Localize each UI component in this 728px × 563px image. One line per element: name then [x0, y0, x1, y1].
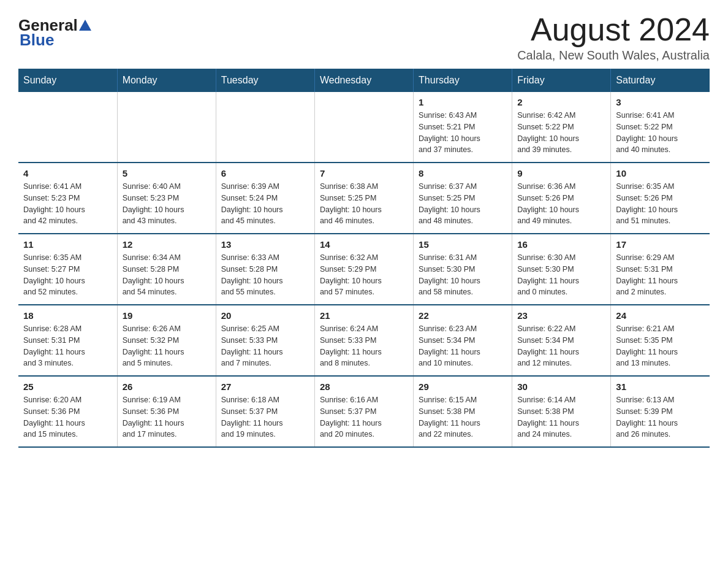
calendar-cell: 5Sunrise: 6:40 AM Sunset: 5:23 PM Daylig…: [117, 163, 216, 234]
calendar-cell: 16Sunrise: 6:30 AM Sunset: 5:30 PM Dayli…: [512, 234, 611, 305]
logo-triangle-icon: [79, 20, 91, 31]
calendar-cell: 25Sunrise: 6:20 AM Sunset: 5:36 PM Dayli…: [18, 376, 117, 447]
day-info: Sunrise: 6:15 AM Sunset: 5:38 PM Dayligh…: [419, 394, 507, 440]
day-info: Sunrise: 6:33 AM Sunset: 5:28 PM Dayligh…: [221, 252, 309, 298]
day-number: 27: [221, 381, 309, 392]
calendar-cell: 11Sunrise: 6:35 AM Sunset: 5:27 PM Dayli…: [18, 234, 117, 305]
calendar-table: SundayMondayTuesdayWednesdayThursdayFrid…: [18, 69, 710, 448]
calendar-cell: 23Sunrise: 6:22 AM Sunset: 5:34 PM Dayli…: [512, 305, 611, 376]
day-info: Sunrise: 6:23 AM Sunset: 5:34 PM Dayligh…: [419, 323, 507, 369]
day-info: Sunrise: 6:37 AM Sunset: 5:25 PM Dayligh…: [419, 181, 507, 227]
day-number: 30: [517, 381, 605, 392]
day-number: 14: [320, 239, 408, 250]
day-number: 26: [123, 381, 211, 392]
calendar-cell: 22Sunrise: 6:23 AM Sunset: 5:34 PM Dayli…: [414, 305, 512, 376]
weekday-header-sunday: Sunday: [18, 69, 117, 92]
calendar-week-row: 4Sunrise: 6:41 AM Sunset: 5:23 PM Daylig…: [18, 163, 710, 234]
title-block: August 2024 Calala, New South Wales, Aus…: [517, 12, 710, 63]
calendar-cell: 4Sunrise: 6:41 AM Sunset: 5:23 PM Daylig…: [18, 163, 117, 234]
calendar-cell: 19Sunrise: 6:26 AM Sunset: 5:32 PM Dayli…: [117, 305, 216, 376]
day-number: 13: [221, 239, 309, 250]
calendar-cell: 18Sunrise: 6:28 AM Sunset: 5:31 PM Dayli…: [18, 305, 117, 376]
calendar-cell: 6Sunrise: 6:39 AM Sunset: 5:24 PM Daylig…: [216, 163, 314, 234]
page-header: General Blue August 2024 Calala, New Sou…: [18, 12, 710, 63]
calendar-week-row: 11Sunrise: 6:35 AM Sunset: 5:27 PM Dayli…: [18, 234, 710, 305]
day-info: Sunrise: 6:21 AM Sunset: 5:35 PM Dayligh…: [616, 323, 705, 369]
day-info: Sunrise: 6:28 AM Sunset: 5:31 PM Dayligh…: [23, 323, 112, 369]
day-info: Sunrise: 6:13 AM Sunset: 5:39 PM Dayligh…: [616, 394, 705, 440]
day-info: Sunrise: 6:35 AM Sunset: 5:27 PM Dayligh…: [23, 252, 112, 298]
calendar-cell: [18, 92, 117, 163]
day-info: Sunrise: 6:43 AM Sunset: 5:21 PM Dayligh…: [419, 110, 507, 156]
day-number: 23: [517, 310, 605, 321]
calendar-cell: 30Sunrise: 6:14 AM Sunset: 5:38 PM Dayli…: [512, 376, 611, 447]
calendar-week-row: 18Sunrise: 6:28 AM Sunset: 5:31 PM Dayli…: [18, 305, 710, 376]
day-info: Sunrise: 6:38 AM Sunset: 5:25 PM Dayligh…: [320, 181, 408, 227]
weekday-header-saturday: Saturday: [611, 69, 710, 92]
day-number: 25: [23, 381, 112, 392]
day-info: Sunrise: 6:31 AM Sunset: 5:30 PM Dayligh…: [419, 252, 507, 298]
day-number: 4: [23, 168, 112, 178]
weekday-header-tuesday: Tuesday: [216, 69, 314, 92]
calendar-cell: 31Sunrise: 6:13 AM Sunset: 5:39 PM Dayli…: [611, 376, 710, 447]
day-info: Sunrise: 6:18 AM Sunset: 5:37 PM Dayligh…: [221, 394, 309, 440]
day-info: Sunrise: 6:35 AM Sunset: 5:26 PM Dayligh…: [616, 181, 705, 227]
day-number: 3: [616, 97, 705, 107]
day-info: Sunrise: 6:16 AM Sunset: 5:37 PM Dayligh…: [320, 394, 408, 440]
day-number: 9: [517, 168, 605, 178]
day-info: Sunrise: 6:41 AM Sunset: 5:23 PM Dayligh…: [23, 181, 112, 227]
day-info: Sunrise: 6:29 AM Sunset: 5:31 PM Dayligh…: [616, 252, 705, 298]
day-number: 17: [616, 239, 705, 250]
day-number: 15: [419, 239, 507, 250]
day-info: Sunrise: 6:34 AM Sunset: 5:28 PM Dayligh…: [123, 252, 211, 298]
day-info: Sunrise: 6:40 AM Sunset: 5:23 PM Dayligh…: [123, 181, 211, 227]
calendar-cell: 10Sunrise: 6:35 AM Sunset: 5:26 PM Dayli…: [611, 163, 710, 234]
calendar-cell: 3Sunrise: 6:41 AM Sunset: 5:22 PM Daylig…: [611, 92, 710, 163]
logo: General Blue: [18, 17, 93, 50]
day-info: Sunrise: 6:26 AM Sunset: 5:32 PM Dayligh…: [123, 323, 211, 369]
calendar-cell: 24Sunrise: 6:21 AM Sunset: 5:35 PM Dayli…: [611, 305, 710, 376]
calendar-cell: 9Sunrise: 6:36 AM Sunset: 5:26 PM Daylig…: [512, 163, 611, 234]
calendar-cell: 29Sunrise: 6:15 AM Sunset: 5:38 PM Dayli…: [414, 376, 512, 447]
calendar-week-row: 25Sunrise: 6:20 AM Sunset: 5:36 PM Dayli…: [18, 376, 710, 447]
day-info: Sunrise: 6:32 AM Sunset: 5:29 PM Dayligh…: [320, 252, 408, 298]
day-number: 8: [419, 168, 507, 178]
weekday-header-row: SundayMondayTuesdayWednesdayThursdayFrid…: [18, 69, 710, 92]
weekday-header-thursday: Thursday: [414, 69, 512, 92]
calendar-body: 1Sunrise: 6:43 AM Sunset: 5:21 PM Daylig…: [18, 92, 710, 447]
calendar-week-row: 1Sunrise: 6:43 AM Sunset: 5:21 PM Daylig…: [18, 92, 710, 163]
day-number: 28: [320, 381, 408, 392]
day-number: 18: [23, 310, 112, 321]
weekday-header-monday: Monday: [117, 69, 216, 92]
day-number: 29: [419, 381, 507, 392]
day-info: Sunrise: 6:14 AM Sunset: 5:38 PM Dayligh…: [517, 394, 605, 440]
calendar-cell: 13Sunrise: 6:33 AM Sunset: 5:28 PM Dayli…: [216, 234, 314, 305]
day-number: 22: [419, 310, 507, 321]
day-info: Sunrise: 6:22 AM Sunset: 5:34 PM Dayligh…: [517, 323, 605, 369]
day-number: 7: [320, 168, 408, 178]
calendar-cell: 28Sunrise: 6:16 AM Sunset: 5:37 PM Dayli…: [314, 376, 413, 447]
month-title: August 2024: [517, 12, 710, 47]
calendar-cell: 15Sunrise: 6:31 AM Sunset: 5:30 PM Dayli…: [414, 234, 512, 305]
day-number: 11: [23, 239, 112, 250]
day-number: 5: [123, 168, 211, 178]
calendar-cell: 21Sunrise: 6:24 AM Sunset: 5:33 PM Dayli…: [314, 305, 413, 376]
calendar-cell: [314, 92, 413, 163]
location-title: Calala, New South Wales, Australia: [517, 48, 710, 63]
day-number: 10: [616, 168, 705, 178]
calendar-cell: [216, 92, 314, 163]
calendar-cell: 7Sunrise: 6:38 AM Sunset: 5:25 PM Daylig…: [314, 163, 413, 234]
calendar-cell: 20Sunrise: 6:25 AM Sunset: 5:33 PM Dayli…: [216, 305, 314, 376]
day-info: Sunrise: 6:19 AM Sunset: 5:36 PM Dayligh…: [123, 394, 211, 440]
day-info: Sunrise: 6:24 AM Sunset: 5:33 PM Dayligh…: [320, 323, 408, 369]
weekday-header-wednesday: Wednesday: [314, 69, 413, 92]
day-info: Sunrise: 6:39 AM Sunset: 5:24 PM Dayligh…: [221, 181, 309, 227]
calendar-header: SundayMondayTuesdayWednesdayThursdayFrid…: [18, 69, 710, 92]
day-number: 20: [221, 310, 309, 321]
day-info: Sunrise: 6:25 AM Sunset: 5:33 PM Dayligh…: [221, 323, 309, 369]
calendar-cell: 17Sunrise: 6:29 AM Sunset: 5:31 PM Dayli…: [611, 234, 710, 305]
day-info: Sunrise: 6:30 AM Sunset: 5:30 PM Dayligh…: [517, 252, 605, 298]
calendar-cell: 8Sunrise: 6:37 AM Sunset: 5:25 PM Daylig…: [414, 163, 512, 234]
calendar-cell: 1Sunrise: 6:43 AM Sunset: 5:21 PM Daylig…: [414, 92, 512, 163]
day-number: 24: [616, 310, 705, 321]
